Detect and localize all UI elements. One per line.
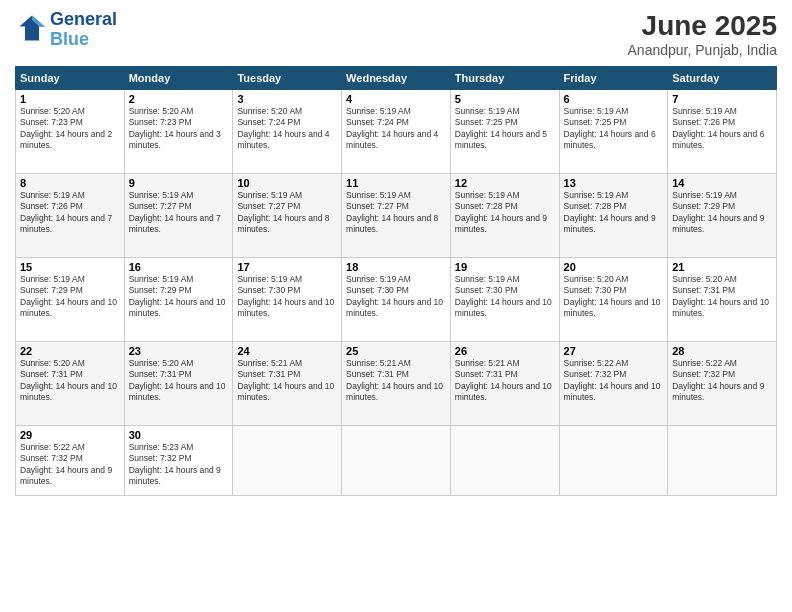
day-info: Sunrise: 5:22 AMSunset: 7:32 PMDaylight:… xyxy=(672,358,772,404)
day-info: Sunrise: 5:19 AMSunset: 7:30 PMDaylight:… xyxy=(455,274,555,320)
week-row-2: 8 Sunrise: 5:19 AMSunset: 7:26 PMDayligh… xyxy=(16,174,777,258)
day-info: Sunrise: 5:19 AMSunset: 7:27 PMDaylight:… xyxy=(237,190,337,236)
day-info: Sunrise: 5:19 AMSunset: 7:28 PMDaylight:… xyxy=(564,190,664,236)
day-cell: 23 Sunrise: 5:20 AMSunset: 7:31 PMDaylig… xyxy=(124,342,233,426)
col-header-thursday: Thursday xyxy=(450,67,559,90)
day-cell: 9 Sunrise: 5:19 AMSunset: 7:27 PMDayligh… xyxy=(124,174,233,258)
logo-icon xyxy=(18,14,46,42)
day-number: 13 xyxy=(564,177,664,189)
day-info: Sunrise: 5:19 AMSunset: 7:28 PMDaylight:… xyxy=(455,190,555,236)
header-row: SundayMondayTuesdayWednesdayThursdayFrid… xyxy=(16,67,777,90)
day-info: Sunrise: 5:19 AMSunset: 7:26 PMDaylight:… xyxy=(672,106,772,152)
day-cell: 8 Sunrise: 5:19 AMSunset: 7:26 PMDayligh… xyxy=(16,174,125,258)
week-row-4: 22 Sunrise: 5:20 AMSunset: 7:31 PMDaylig… xyxy=(16,342,777,426)
day-info: Sunrise: 5:22 AMSunset: 7:32 PMDaylight:… xyxy=(20,442,120,488)
day-info: Sunrise: 5:19 AMSunset: 7:26 PMDaylight:… xyxy=(20,190,120,236)
day-number: 18 xyxy=(346,261,446,273)
day-cell: 28 Sunrise: 5:22 AMSunset: 7:32 PMDaylig… xyxy=(668,342,777,426)
day-number: 21 xyxy=(672,261,772,273)
day-info: Sunrise: 5:19 AMSunset: 7:24 PMDaylight:… xyxy=(346,106,446,152)
day-cell xyxy=(233,426,342,496)
day-info: Sunrise: 5:21 AMSunset: 7:31 PMDaylight:… xyxy=(455,358,555,404)
day-info: Sunrise: 5:20 AMSunset: 7:23 PMDaylight:… xyxy=(20,106,120,152)
day-number: 25 xyxy=(346,345,446,357)
day-cell: 30 Sunrise: 5:23 AMSunset: 7:32 PMDaylig… xyxy=(124,426,233,496)
day-number: 23 xyxy=(129,345,229,357)
day-info: Sunrise: 5:23 AMSunset: 7:32 PMDaylight:… xyxy=(129,442,229,488)
day-cell: 6 Sunrise: 5:19 AMSunset: 7:25 PMDayligh… xyxy=(559,90,668,174)
week-row-3: 15 Sunrise: 5:19 AMSunset: 7:29 PMDaylig… xyxy=(16,258,777,342)
day-info: Sunrise: 5:19 AMSunset: 7:25 PMDaylight:… xyxy=(564,106,664,152)
day-number: 7 xyxy=(672,93,772,105)
col-header-monday: Monday xyxy=(124,67,233,90)
day-number: 17 xyxy=(237,261,337,273)
day-number: 5 xyxy=(455,93,555,105)
day-number: 2 xyxy=(129,93,229,105)
day-info: Sunrise: 5:20 AMSunset: 7:31 PMDaylight:… xyxy=(672,274,772,320)
day-cell: 24 Sunrise: 5:21 AMSunset: 7:31 PMDaylig… xyxy=(233,342,342,426)
calendar-title: June 2025 xyxy=(628,10,777,42)
day-cell: 17 Sunrise: 5:19 AMSunset: 7:30 PMDaylig… xyxy=(233,258,342,342)
day-cell: 13 Sunrise: 5:19 AMSunset: 7:28 PMDaylig… xyxy=(559,174,668,258)
day-cell xyxy=(450,426,559,496)
day-info: Sunrise: 5:19 AMSunset: 7:29 PMDaylight:… xyxy=(129,274,229,320)
day-cell: 27 Sunrise: 5:22 AMSunset: 7:32 PMDaylig… xyxy=(559,342,668,426)
day-cell: 15 Sunrise: 5:19 AMSunset: 7:29 PMDaylig… xyxy=(16,258,125,342)
day-number: 4 xyxy=(346,93,446,105)
day-info: Sunrise: 5:19 AMSunset: 7:29 PMDaylight:… xyxy=(20,274,120,320)
day-cell: 20 Sunrise: 5:20 AMSunset: 7:30 PMDaylig… xyxy=(559,258,668,342)
day-cell: 25 Sunrise: 5:21 AMSunset: 7:31 PMDaylig… xyxy=(342,342,451,426)
day-cell xyxy=(342,426,451,496)
day-number: 29 xyxy=(20,429,120,441)
day-number: 10 xyxy=(237,177,337,189)
day-info: Sunrise: 5:19 AMSunset: 7:27 PMDaylight:… xyxy=(346,190,446,236)
day-number: 22 xyxy=(20,345,120,357)
day-cell: 26 Sunrise: 5:21 AMSunset: 7:31 PMDaylig… xyxy=(450,342,559,426)
day-info: Sunrise: 5:20 AMSunset: 7:23 PMDaylight:… xyxy=(129,106,229,152)
title-block: June 2025 Anandpur, Punjab, India xyxy=(628,10,777,58)
col-header-sunday: Sunday xyxy=(16,67,125,90)
day-number: 8 xyxy=(20,177,120,189)
col-header-wednesday: Wednesday xyxy=(342,67,451,90)
day-number: 14 xyxy=(672,177,772,189)
day-cell: 2 Sunrise: 5:20 AMSunset: 7:23 PMDayligh… xyxy=(124,90,233,174)
week-row-1: 1 Sunrise: 5:20 AMSunset: 7:23 PMDayligh… xyxy=(16,90,777,174)
logo-text-general: General xyxy=(50,10,117,30)
day-cell: 19 Sunrise: 5:19 AMSunset: 7:30 PMDaylig… xyxy=(450,258,559,342)
day-info: Sunrise: 5:20 AMSunset: 7:31 PMDaylight:… xyxy=(20,358,120,404)
day-number: 3 xyxy=(237,93,337,105)
day-number: 11 xyxy=(346,177,446,189)
day-number: 6 xyxy=(564,93,664,105)
day-info: Sunrise: 5:19 AMSunset: 7:30 PMDaylight:… xyxy=(237,274,337,320)
day-cell: 21 Sunrise: 5:20 AMSunset: 7:31 PMDaylig… xyxy=(668,258,777,342)
day-info: Sunrise: 5:19 AMSunset: 7:25 PMDaylight:… xyxy=(455,106,555,152)
day-cell: 7 Sunrise: 5:19 AMSunset: 7:26 PMDayligh… xyxy=(668,90,777,174)
day-cell: 10 Sunrise: 5:19 AMSunset: 7:27 PMDaylig… xyxy=(233,174,342,258)
day-number: 27 xyxy=(564,345,664,357)
week-row-5: 29 Sunrise: 5:22 AMSunset: 7:32 PMDaylig… xyxy=(16,426,777,496)
day-info: Sunrise: 5:19 AMSunset: 7:29 PMDaylight:… xyxy=(672,190,772,236)
day-number: 30 xyxy=(129,429,229,441)
day-info: Sunrise: 5:20 AMSunset: 7:24 PMDaylight:… xyxy=(237,106,337,152)
col-header-tuesday: Tuesday xyxy=(233,67,342,90)
day-info: Sunrise: 5:20 AMSunset: 7:31 PMDaylight:… xyxy=(129,358,229,404)
calendar-table: SundayMondayTuesdayWednesdayThursdayFrid… xyxy=(15,66,777,496)
day-cell: 29 Sunrise: 5:22 AMSunset: 7:32 PMDaylig… xyxy=(16,426,125,496)
col-header-friday: Friday xyxy=(559,67,668,90)
day-info: Sunrise: 5:20 AMSunset: 7:30 PMDaylight:… xyxy=(564,274,664,320)
day-number: 9 xyxy=(129,177,229,189)
day-number: 28 xyxy=(672,345,772,357)
day-number: 24 xyxy=(237,345,337,357)
day-cell: 22 Sunrise: 5:20 AMSunset: 7:31 PMDaylig… xyxy=(16,342,125,426)
day-cell: 14 Sunrise: 5:19 AMSunset: 7:29 PMDaylig… xyxy=(668,174,777,258)
day-cell: 11 Sunrise: 5:19 AMSunset: 7:27 PMDaylig… xyxy=(342,174,451,258)
day-cell xyxy=(559,426,668,496)
day-number: 26 xyxy=(455,345,555,357)
col-header-saturday: Saturday xyxy=(668,67,777,90)
day-cell: 12 Sunrise: 5:19 AMSunset: 7:28 PMDaylig… xyxy=(450,174,559,258)
day-number: 12 xyxy=(455,177,555,189)
day-info: Sunrise: 5:21 AMSunset: 7:31 PMDaylight:… xyxy=(237,358,337,404)
day-cell: 18 Sunrise: 5:19 AMSunset: 7:30 PMDaylig… xyxy=(342,258,451,342)
page: General Blue June 2025 Anandpur, Punjab,… xyxy=(0,0,792,612)
day-cell: 1 Sunrise: 5:20 AMSunset: 7:23 PMDayligh… xyxy=(16,90,125,174)
